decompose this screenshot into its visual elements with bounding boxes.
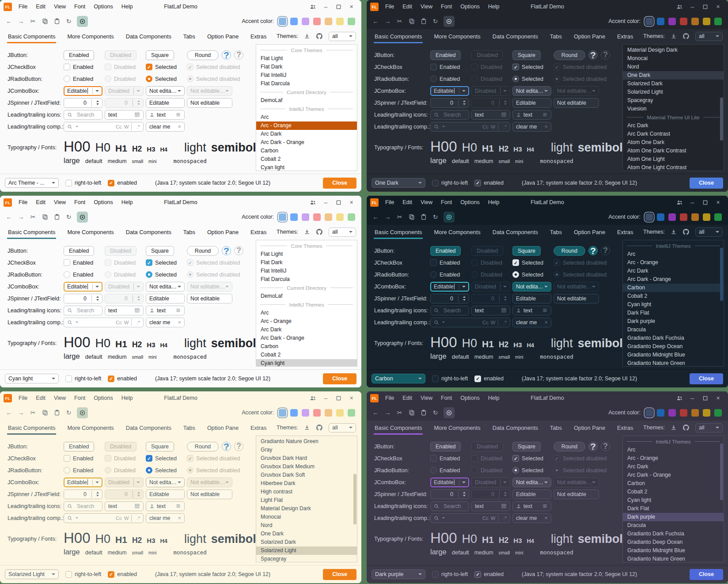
- minimize-button[interactable]: –: [686, 393, 699, 403]
- tab-extras[interactable]: Extras: [617, 421, 633, 435]
- accent-swatch-6[interactable]: [336, 409, 344, 417]
- tab-basic-components[interactable]: Basic Components: [375, 29, 422, 43]
- menu-options[interactable]: Options: [460, 4, 479, 10]
- accent-swatch-3[interactable]: [302, 18, 309, 25]
- tab-option-pane[interactable]: Option Pane: [207, 225, 239, 239]
- clearable-input[interactable]: clear me×: [512, 513, 551, 523]
- copy-icon[interactable]: [39, 16, 50, 27]
- menu-options[interactable]: Options: [94, 4, 113, 10]
- refresh-icon[interactable]: ↻: [63, 212, 74, 223]
- text-input-calendar[interactable]: text: [471, 110, 510, 120]
- menu-file[interactable]: File: [19, 395, 27, 401]
- close-window-button[interactable]: ×: [345, 393, 358, 403]
- textfield-editable[interactable]: Editable: [512, 489, 551, 499]
- maximize-button[interactable]: [332, 197, 345, 208]
- regex-icon[interactable]: .*: [136, 320, 140, 325]
- tab-tabs[interactable]: Tabs: [183, 29, 195, 43]
- textfield-editable[interactable]: Editable: [512, 98, 551, 108]
- accent-swatch-7[interactable]: [714, 18, 722, 25]
- scrollbar-thumb[interactable]: [720, 444, 723, 500]
- theme-list-item-spacegray[interactable]: Spacegray: [256, 555, 357, 562]
- combobox-editable[interactable]: Editable: [64, 282, 102, 292]
- search-input[interactable]: Search: [64, 306, 102, 315]
- theme-list-item-gradianto-midnight-blue[interactable]: Gradianto Midnight Blue: [623, 351, 724, 359]
- checkbox-enabled[interactable]: Enabled: [430, 455, 460, 462]
- close-button[interactable]: Close: [690, 178, 723, 189]
- theme-list-item-flat-darcula[interactable]: Flat Darcula: [256, 80, 357, 88]
- theme-list-item-gruvbox-dark-soft[interactable]: Gruvbox Dark Soft: [256, 471, 357, 479]
- theme-list-item-monocai[interactable]: Monocai: [256, 513, 357, 521]
- accent-swatch-2[interactable]: [657, 409, 664, 417]
- combobox-editable[interactable]: Editable: [430, 478, 469, 487]
- eye-icon[interactable]: [444, 407, 455, 418]
- paste-icon[interactable]: [418, 407, 429, 418]
- tab-more-components[interactable]: More Components: [67, 421, 114, 435]
- accent-swatch-4[interactable]: [313, 18, 321, 25]
- radio-enabled[interactable]: Enabled: [64, 76, 93, 82]
- menu-edit[interactable]: Edit: [402, 199, 412, 205]
- menu-edit[interactable]: Edit: [36, 395, 46, 401]
- enabled-checkbox[interactable]: enabled: [108, 571, 137, 578]
- menu-options[interactable]: Options: [94, 395, 113, 401]
- right-to-left-checkbox[interactable]: right-to-left: [432, 571, 468, 578]
- theme-list-item-arc-dark-contrast[interactable]: Arc Dark Contrast: [623, 130, 724, 138]
- enabled-checkbox[interactable]: enabled: [474, 571, 504, 578]
- search-input[interactable]: Search: [430, 110, 469, 120]
- theme-list-item-atom-one-light[interactable]: Atom One Light: [623, 155, 724, 163]
- accent-swatch-7[interactable]: [348, 18, 355, 25]
- theme-list-item-arc-dark-orange[interactable]: Arc Dark - Orange: [256, 138, 357, 147]
- match-case-icon[interactable]: Cc: [116, 516, 122, 521]
- accent-swatch-1[interactable]: [645, 213, 653, 221]
- theme-list-item-cobalt-2[interactable]: Cobalt 2: [623, 292, 724, 300]
- search-input[interactable]: Search: [64, 501, 102, 511]
- accent-swatch-4[interactable]: [680, 18, 687, 25]
- tab-basic-components[interactable]: Basic Components: [375, 421, 422, 435]
- table-icon[interactable]: [501, 112, 507, 118]
- back-icon[interactable]: ←: [4, 16, 15, 27]
- theme-list-item-material-design-dark[interactable]: Material Design Dark: [256, 504, 357, 513]
- help-button[interactable]: ?: [588, 50, 598, 60]
- regex-icon[interactable]: .*: [503, 320, 507, 325]
- clear-icon[interactable]: ×: [544, 319, 548, 326]
- theme-list-item-arc-dark-orange[interactable]: Arc Dark - Orange: [256, 334, 357, 342]
- text-input-user[interactable]: text: [146, 501, 185, 511]
- radio-enabled[interactable]: Enabled: [430, 271, 460, 278]
- spinner-arrows-icon[interactable]: [96, 296, 99, 301]
- checkbox-selected[interactable]: Selected: [512, 259, 543, 266]
- checkbox-enabled[interactable]: Enabled: [64, 259, 93, 266]
- tab-basic-components[interactable]: Basic Components: [375, 225, 422, 239]
- theme-selector-combo[interactable]: Carbon: [372, 374, 425, 383]
- checkbox-enabled[interactable]: Enabled: [430, 64, 460, 70]
- search-input[interactable]: Search: [64, 110, 102, 120]
- menu-view[interactable]: View: [421, 4, 432, 10]
- combobox-editable[interactable]: Editable: [64, 478, 102, 487]
- theme-list-item-flat-light[interactable]: Flat Light: [256, 54, 357, 63]
- clear-icon[interactable]: ×: [544, 123, 548, 130]
- tab-option-pane[interactable]: Option Pane: [207, 421, 239, 435]
- theme-list-item-light-flat[interactable]: Light Flat: [256, 496, 357, 504]
- theme-selector-combo[interactable]: Dark purple: [372, 569, 425, 579]
- regex-icon[interactable]: .*: [503, 516, 507, 521]
- theme-list-item-flat-darcula[interactable]: Flat Darcula: [256, 275, 357, 284]
- menu-font[interactable]: Font: [441, 4, 452, 10]
- menu-font[interactable]: Font: [441, 199, 452, 205]
- theme-list-item-cyan-light[interactable]: Cyan light: [623, 300, 724, 309]
- menu-view[interactable]: View: [54, 4, 66, 10]
- users-icon[interactable]: [307, 393, 319, 403]
- menu-view[interactable]: View: [421, 395, 432, 401]
- maximize-button[interactable]: [699, 1, 712, 12]
- close-window-button[interactable]: ×: [345, 1, 358, 12]
- enabled-checkbox[interactable]: enabled: [108, 375, 137, 382]
- theme-list-item-flat-intellij[interactable]: Flat IntelliJ: [256, 267, 357, 275]
- tab-data-components[interactable]: Data Components: [493, 421, 538, 435]
- theme-list-item-atom-one-light-contrast[interactable]: Atom One Light Contrast: [623, 163, 724, 171]
- theme-list-item-gruvbox-dark-medium[interactable]: Gruvbox Dark Medium: [256, 463, 357, 471]
- theme-list-item-carbon[interactable]: Carbon: [623, 479, 724, 488]
- theme-list-item-gradianto-deep-ocean[interactable]: Gradianto Deep Ocean: [623, 538, 724, 546]
- theme-list-item-arc[interactable]: Arc: [256, 309, 357, 317]
- accent-swatch-5[interactable]: [691, 18, 699, 25]
- maximize-button[interactable]: [332, 1, 345, 12]
- accent-swatch-7[interactable]: [714, 213, 722, 221]
- menu-file[interactable]: File: [385, 395, 394, 401]
- menu-edit[interactable]: Edit: [402, 395, 412, 401]
